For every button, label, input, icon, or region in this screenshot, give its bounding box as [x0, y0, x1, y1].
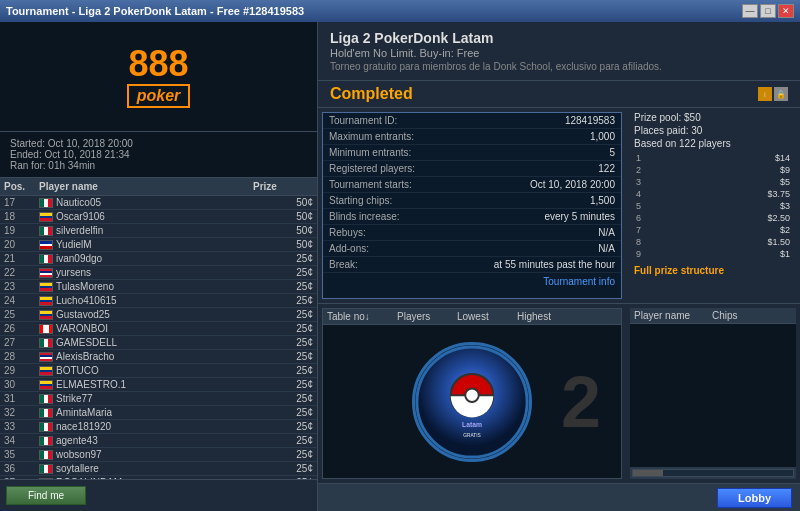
table-row: 18 Oscar9106 50¢ — [0, 210, 317, 224]
lobby-button[interactable]: Lobby — [717, 488, 792, 508]
full-prize-link[interactable]: Full prize structure — [634, 265, 792, 276]
bottom-section: Table no↓ Players Lowest Highest — [318, 303, 800, 483]
status-completed: Completed — [330, 85, 413, 103]
player-pos: 20 — [4, 239, 39, 250]
detail-value: 122 — [459, 163, 615, 174]
player-name-cell: silverdelfin — [39, 225, 253, 236]
table-row: 21 ivan09dgo 25¢ — [0, 252, 317, 266]
prize-row: 8 $1.50 — [636, 237, 790, 247]
col-highest: Highest — [517, 311, 577, 322]
chips-header: Player name Chips — [630, 308, 796, 324]
minimize-button[interactable]: — — [742, 4, 758, 18]
player-name: Lucho410615 — [56, 295, 117, 306]
detail-row: Add-ons: N/A — [323, 241, 621, 257]
player-flag — [39, 212, 53, 222]
player-prize: 25¢ — [253, 449, 313, 460]
table-row: 36 soytallere 25¢ — [0, 462, 317, 476]
prize-amount: $9 — [654, 165, 790, 175]
detail-label: Registered players: — [329, 163, 459, 174]
player-name-cell: Gustavod25 — [39, 309, 253, 320]
info-icon: i — [758, 87, 772, 101]
detail-row: Minimum entrants: 5 — [323, 145, 621, 161]
detail-value: at 55 minutes past the hour — [459, 259, 615, 270]
player-flag — [39, 366, 53, 376]
player-name: ivan09dgo — [56, 253, 102, 264]
places-paid: Places paid: 30 — [634, 125, 792, 136]
prize-row: 1 $14 — [636, 153, 790, 163]
detail-label: Rebuys: — [329, 227, 459, 238]
poker-table-image: Latam GRATIS — [412, 342, 532, 462]
table-row: 19 silverdelfin 50¢ — [0, 224, 317, 238]
player-prize: 25¢ — [253, 281, 313, 292]
window-controls: — □ ✕ — [742, 4, 794, 18]
prize-amount: $14 — [654, 153, 790, 163]
table-row: 17 Nautico05 50¢ — [0, 196, 317, 210]
col-pos: Pos. — [4, 181, 39, 192]
player-pos: 31 — [4, 393, 39, 404]
player-name: TulasMoreno — [56, 281, 114, 292]
player-prize: 25¢ — [253, 365, 313, 376]
maximize-button[interactable]: □ — [760, 4, 776, 18]
player-pos: 22 — [4, 267, 39, 278]
tournament-meta: Started: Oct 10, 2018 20:00 Ended: Oct 1… — [0, 132, 317, 178]
player-pos: 28 — [4, 351, 39, 362]
player-pos: 35 — [4, 449, 39, 460]
prize-section: Prize pool: $50 Places paid: 30 Based on… — [626, 108, 800, 303]
table-row: 23 TulasMoreno 25¢ — [0, 280, 317, 294]
table-row: 22 yursens 25¢ — [0, 266, 317, 280]
prize-amount: $3 — [654, 201, 790, 211]
player-prize: 25¢ — [253, 407, 313, 418]
player-flag — [39, 352, 53, 362]
detail-label: Minimum entrants: — [329, 147, 459, 158]
detail-row: Registered players: 122 — [323, 161, 621, 177]
player-name-cell: wobson97 — [39, 449, 253, 460]
logo: 888 poker — [127, 46, 191, 108]
player-pos: 23 — [4, 281, 39, 292]
prize-amount: $2.50 — [654, 213, 790, 223]
player-name-cell: YudielM — [39, 239, 253, 250]
col-players: Players — [397, 311, 457, 322]
player-flag — [39, 380, 53, 390]
detail-row: Starting chips: 1,500 — [323, 193, 621, 209]
player-name: silverdelfin — [56, 225, 103, 236]
col-player: Player name — [39, 181, 253, 192]
find-me-button[interactable]: Find me — [6, 486, 86, 505]
close-button[interactable]: ✕ — [778, 4, 794, 18]
player-name-cell: GAMESDELL — [39, 337, 253, 348]
prize-pos: 6 — [636, 213, 652, 223]
tournament-info-link[interactable]: Tournament info — [323, 273, 621, 290]
table-row: 34 agente43 25¢ — [0, 434, 317, 448]
table-row: 20 YudielM 50¢ — [0, 238, 317, 252]
title-bar: Tournament - Liga 2 PokerDonk Latam - Fr… — [0, 0, 800, 22]
player-prize: 25¢ — [253, 393, 313, 404]
detail-row: Tournament ID: 128419583 — [323, 113, 621, 129]
detail-value: every 5 minutes — [459, 211, 615, 222]
player-pos: 25 — [4, 309, 39, 320]
table-row: 28 AlexisBracho 25¢ — [0, 350, 317, 364]
table-row: 27 GAMESDELL 25¢ — [0, 336, 317, 350]
prize-row: 4 $3.75 — [636, 189, 790, 199]
chips-scrollbar[interactable] — [630, 467, 796, 479]
player-flag — [39, 240, 53, 250]
player-name: soytallere — [56, 463, 99, 474]
prize-pos: 4 — [636, 189, 652, 199]
detail-value: 128419583 — [459, 115, 615, 126]
prize-row: 7 $2 — [636, 225, 790, 235]
player-name-cell: TulasMoreno — [39, 281, 253, 292]
detail-label: Starting chips: — [329, 195, 459, 206]
player-table-body[interactable]: 17 Nautico05 50¢ 18 Oscar9106 50¢ 19 sil… — [0, 196, 317, 479]
player-name-cell: Nautico05 — [39, 197, 253, 208]
player-flag — [39, 268, 53, 278]
based-on: Based on 122 players — [634, 138, 792, 149]
player-name: Gustavod25 — [56, 309, 110, 320]
player-name: AlexisBracho — [56, 351, 114, 362]
player-flag — [39, 436, 53, 446]
chips-body — [630, 324, 796, 467]
detail-value: N/A — [459, 227, 615, 238]
logo-888: 888 — [127, 46, 191, 82]
col-lowest: Lowest — [457, 311, 517, 322]
prize-row: 6 $2.50 — [636, 213, 790, 223]
svg-text:Latam: Latam — [462, 421, 482, 428]
player-name: Strike77 — [56, 393, 93, 404]
player-name-cell: yursens — [39, 267, 253, 278]
